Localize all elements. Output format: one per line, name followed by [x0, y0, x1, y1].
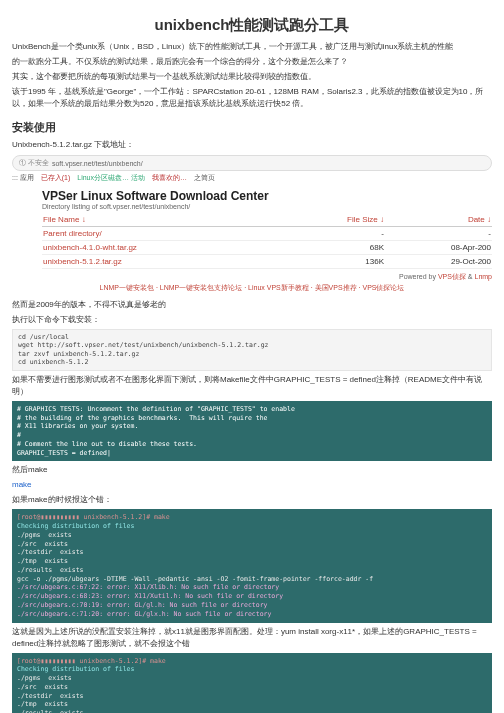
file-size: 68K [286, 241, 385, 255]
file-size: 136K [286, 255, 385, 269]
table-row: Parent directory/ - - [42, 227, 492, 241]
address-url: soft.vpser.net/test/unixbench/ [52, 160, 143, 167]
install-heading: 安装使用 [12, 120, 492, 135]
terminal-block: [root@▮▮▮▮▮▮▮▮▮▮ unixbench-5.1.2]# make … [12, 509, 492, 622]
file-table: File Name ↓ File Size ↓ Date ↓ Parent di… [42, 213, 492, 269]
powered-link[interactable]: Lnmp [474, 273, 492, 280]
col-size[interactable]: File Size ↓ [286, 213, 385, 227]
download-line: Unixbench-5.1.2.tar.gz 下载地址： [12, 139, 492, 151]
download-center-title: VPSer Linux Software Download Center [42, 189, 492, 203]
powered-link[interactable]: VPS侦探 [438, 273, 466, 280]
file-link[interactable]: Parent directory/ [42, 227, 286, 241]
file-link[interactable]: unixbench-4.1.0-wht.tar.gz [42, 241, 286, 255]
terminal-block: # GRAPHICS TESTS: Uncomment the definiti… [12, 401, 492, 462]
cmd-intro: 执行以下命令下载安装： [12, 314, 492, 326]
tab-love[interactable]: 我喜欢的… [152, 174, 187, 181]
make-hint: 如果make的时候报这个错： [12, 494, 492, 506]
file-size: - [286, 227, 385, 241]
tab-hint[interactable]: Linux分区磁盘… 活动 [77, 174, 145, 181]
intro-text: UnixBench是一个类unix系（Unix，BSD，Linux）统下的性能测… [12, 41, 492, 53]
file-date: 08-Apr-200 [385, 241, 492, 255]
page-content: unixbench性能测试跑分工具 UnixBench是一个类unix系（Uni… [0, 0, 504, 713]
term2-note: 这就是因为上述所说的没配置安装注释掉，就x11就是图形界面配图。处理：yum i… [12, 626, 492, 650]
col-name[interactable]: File Name ↓ [42, 213, 286, 227]
footer-links[interactable]: LNMP一键安装包 · LNMP一键安装包支持论坛 · Linux VPS新手教… [12, 283, 492, 293]
intro-text: 其实，这个都要把所统的每项测试结果与一个基线系统测试结果比较得到较的指数值。 [12, 71, 492, 83]
make-cmd: make [12, 479, 492, 491]
code-block: cd /usr/local wget http://soft.vpser.net… [12, 329, 492, 371]
col-date[interactable]: Date ↓ [385, 213, 492, 227]
tab-blank[interactable]: 之简页 [194, 174, 215, 181]
download-center: VPSer Linux Software Download Center Dir… [42, 189, 492, 269]
powered-by: Powered by VPS侦探 & Lnmp [12, 272, 492, 282]
address-bar[interactable]: ① 不安全 soft.vpser.net/test/unixbench/ [12, 155, 492, 171]
tab-saved[interactable]: 已存入(1) [41, 174, 71, 181]
page-title: unixbench性能测试跑分工具 [12, 16, 492, 35]
file-date: 29-Oct-200 [385, 255, 492, 269]
tab-apps[interactable]: ::: 应用 [12, 174, 34, 181]
then-make: 然后make [12, 464, 492, 476]
terminal-block: [root@▮▮▮▮▮▮▮▮▮ unixbench-5.1.2]# make C… [12, 653, 492, 713]
table-row: unixbench-5.1.2.tar.gz 136K 29-Oct-200 [42, 255, 492, 269]
file-link[interactable]: unixbench-5.1.2.tar.gz [42, 255, 286, 269]
file-date: - [385, 227, 492, 241]
note-text: 然而是2009年的版本，不得不说真是够老的 [12, 299, 492, 311]
download-center-sub: Directory listing of soft.vpser.net/test… [42, 203, 492, 210]
browser-tabs: ::: 应用 已存入(1) Linux分区磁盘… 活动 我喜欢的… 之简页 [12, 173, 492, 183]
intro-text: 该于1995 年，基线系统是"George"，一个工作站：SPARCstatio… [12, 86, 492, 110]
intro-text: 的一款跑分工具。不仅系统的测试结果，最后跑完会有一个综合的得分，这个分数是怎么来… [12, 56, 492, 68]
insecure-icon: ① 不安全 [19, 158, 49, 168]
table-row: unixbench-4.1.0-wht.tar.gz 68K 08-Apr-20… [42, 241, 492, 255]
graphic-note: 如果不需要进行图形测试或者不在图形化界面下测试，则将Makefile文件中GRA… [12, 374, 492, 398]
